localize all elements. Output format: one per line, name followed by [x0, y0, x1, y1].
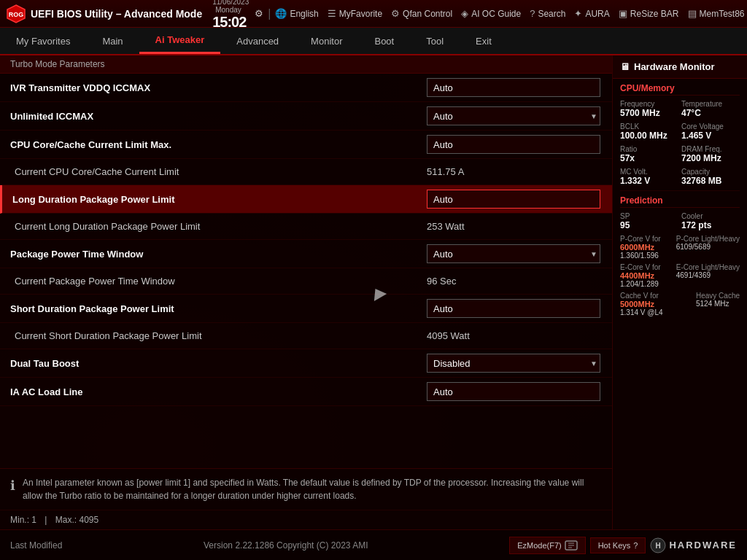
bios-row-pkg-time: Package Power Time Window Auto ▼: [0, 240, 612, 268]
nav-advanced[interactable]: Advanced: [220, 28, 295, 54]
cache-freq[interactable]: 5000MHz: [620, 300, 663, 308]
hw-capacity: Capacity 32768 MB: [681, 168, 740, 186]
hw-temperature: Temperature 47°C: [681, 100, 740, 118]
hotkeys-button[interactable]: Hot Keys ?: [590, 537, 646, 553]
topnav-qfan[interactable]: ⚙ Qfan Control: [391, 8, 452, 19]
ivr-input[interactable]: [427, 78, 600, 97]
nav-tool[interactable]: Tool: [410, 28, 460, 54]
hw-pcore: P-Core V for 6000MHz 1.360/1.596 P-Core …: [620, 235, 740, 260]
minmax-separator: |: [44, 515, 47, 525]
cooler-value: 172 pts: [681, 220, 740, 230]
search-icon: ?: [530, 8, 535, 19]
min-label: Min.: 1: [10, 515, 36, 525]
ezmode-button[interactable]: EzMode(F7): [509, 537, 586, 554]
memtest-icon: ▤: [688, 8, 697, 19]
nav-monitor[interactable]: Monitor: [295, 28, 358, 54]
cache-label: Cache V for: [620, 292, 663, 300]
pcore-left: P-Core V for 6000MHz 1.360/1.596: [620, 235, 661, 260]
hw-metrics-grid: Frequency 5700 MHz Temperature 47°C BCLK…: [620, 100, 740, 186]
short-duration-input[interactable]: [427, 299, 600, 318]
hw-sp-cooler: SP 95 Cooler 172 pts: [620, 212, 740, 230]
ratio-label: Ratio: [620, 145, 678, 153]
topnav-resizebar[interactable]: ▣ ReSize BAR: [619, 8, 679, 19]
pcore-volt: 1.360/1.596: [620, 252, 661, 260]
current-short-value: 4095 Watt: [427, 330, 602, 341]
ivr-value: [427, 78, 602, 97]
short-duration-label: Short Duration Package Power Limit: [10, 303, 427, 314]
main-panel: Turbo Mode Parameters IVR Transmitter VD…: [0, 55, 612, 529]
pcore-right: P-Core Light/Heavy 6109/5689: [676, 235, 740, 260]
topnav-memtest[interactable]: ▤ MemTest86: [688, 8, 745, 19]
current-cpu-label: Current CPU Core/Cache Current Limit: [15, 166, 427, 177]
nav-exit[interactable]: Exit: [460, 28, 508, 54]
app-title: UEFI BIOS Utility – Advanced Mode: [31, 8, 202, 20]
bottom-right-buttons: EzMode(F7) Hot Keys ? H HARDWARE: [509, 537, 737, 554]
bios-row-long-duration: Long Duration Package Power Limit: [0, 185, 612, 214]
settings-icon[interactable]: ⚙: [255, 8, 263, 19]
bclk-value: 100.00 MHz: [620, 131, 678, 141]
list-icon: ☰: [328, 8, 336, 19]
pkg-time-select[interactable]: Auto: [427, 244, 600, 263]
hw-ratio: Ratio 57x: [620, 145, 678, 163]
nav-aitweaker[interactable]: Ai Tweaker: [139, 28, 221, 54]
dual-tau-label: Dual Tau Boost: [10, 358, 427, 369]
aura-icon: ✦: [574, 8, 582, 19]
long-duration-label: Long Duration Package Power Limit: [12, 194, 427, 205]
mcvolt-label: MC Volt.: [620, 168, 678, 176]
dual-tau-select[interactable]: Disabled Enabled: [427, 354, 600, 373]
ezmode-label: EzMode(F7): [517, 541, 562, 550]
ecore-left: E-Core V for 4400MHz 1.204/1.289: [620, 263, 661, 288]
version-text: Version 2.22.1286 Copyright (C) 2023 AMI: [62, 540, 509, 551]
info-box: ℹ An Intel parameter known as [power lim…: [0, 468, 612, 510]
topnav-aioc[interactable]: ◈ AI OC Guide: [461, 8, 521, 19]
temp-value: 47°C: [681, 108, 740, 118]
dual-tau-value: Disabled Enabled ▼: [427, 354, 602, 373]
cpu-limit-input[interactable]: [427, 135, 600, 154]
svg-text:ROG: ROG: [9, 11, 24, 18]
short-duration-value: [427, 299, 602, 318]
ezmode-icon: [565, 540, 578, 551]
svg-text:H: H: [656, 542, 661, 550]
current-cpu-value: 511.75 A: [427, 166, 602, 177]
hw-corevolt: Core Voltage 1.465 V: [681, 122, 740, 141]
current-long-value: 253 Watt: [427, 221, 602, 232]
hw-sp: SP 95: [620, 212, 678, 230]
divider: |: [268, 7, 271, 20]
pcore-freq[interactable]: 6000MHz: [620, 243, 661, 252]
long-duration-input[interactable]: [427, 190, 600, 209]
ecore-lh-label: E-Core Light/Heavy: [676, 263, 740, 271]
fan-icon: ⚙: [391, 8, 400, 19]
nav-boot[interactable]: Boot: [358, 28, 410, 54]
corevolt-label: Core Voltage: [681, 122, 740, 131]
topnav-aura[interactable]: ✦ AURA: [574, 8, 609, 19]
nav-main[interactable]: Main: [86, 28, 139, 54]
current-short-label: Current Short Duration Package Power Lim…: [15, 330, 427, 341]
bios-row-current-cpu-limit: Current CPU Core/Cache Current Limit 511…: [0, 159, 612, 185]
globe-icon: 🌐: [275, 8, 287, 19]
ia-ac-input[interactable]: [427, 382, 600, 401]
bios-row-short-duration: Short Duration Package Power Limit: [0, 295, 612, 323]
unlimited-value: Auto ▼: [427, 106, 602, 125]
hw-mcvolt: MC Volt. 1.332 V: [620, 168, 678, 186]
info-text: An Intel parameter known as [power limit…: [23, 476, 602, 502]
hw-divider: [620, 190, 740, 191]
minmax-bar: Min.: 1 | Max.: 4095: [0, 510, 612, 529]
cooler-label: Cooler: [681, 212, 740, 220]
ecore-freq[interactable]: 4400MHz: [620, 271, 661, 280]
unlimited-select[interactable]: Auto: [427, 106, 600, 125]
ratio-value: 57x: [620, 153, 678, 163]
nav-myfavorites[interactable]: My Favorites: [0, 28, 86, 54]
pcore-row1: P-Core V for 6000MHz 1.360/1.596 P-Core …: [620, 235, 740, 260]
capacity-label: Capacity: [681, 168, 740, 176]
cache-volt: 1.314 V @L4: [620, 308, 663, 316]
cache-row1: Cache V for 5000MHz 1.314 V @L4 Heavy Ca…: [620, 292, 740, 316]
hw-bclk: BCLK 100.00 MHz: [620, 122, 678, 141]
freq-label: Frequency: [620, 100, 678, 108]
topnav-english[interactable]: 🌐 English: [275, 8, 318, 19]
topnav-myfavorite[interactable]: ☰ MyFavorite: [328, 8, 382, 19]
ecore-right: E-Core Light/Heavy 4691/4369: [676, 263, 740, 288]
topnav-search[interactable]: ? Search: [530, 8, 565, 19]
ecore-lh-value: 4691/4369: [676, 271, 740, 279]
content-area: Turbo Mode Parameters IVR Transmitter VD…: [0, 55, 747, 529]
long-duration-value: [427, 190, 602, 209]
